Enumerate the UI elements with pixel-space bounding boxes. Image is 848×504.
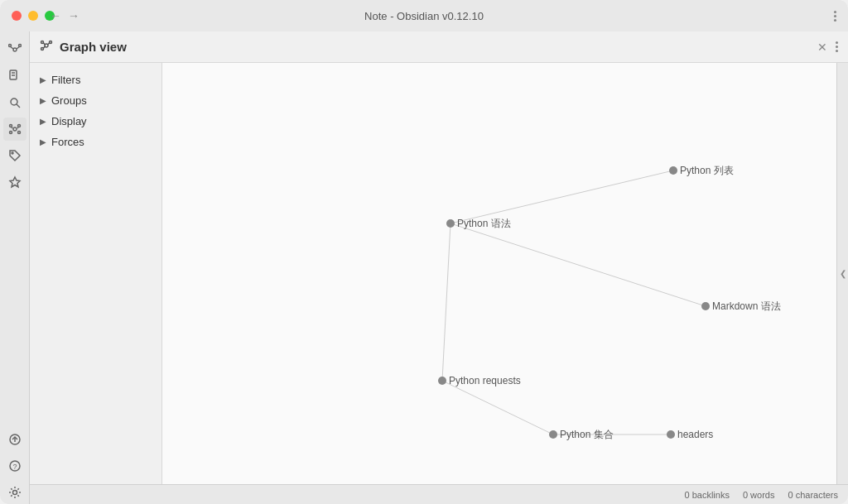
collapse-arrow-icon: ❮ (840, 269, 846, 278)
svg-point-14 (17, 132, 20, 134)
words-count: 0 words (743, 490, 775, 500)
window-title: Note - Obsidian v0.12.10 (364, 10, 484, 22)
title-bar: ← → Note - Obsidian v0.12.10 (0, 0, 848, 31)
svg-line-31 (450, 170, 673, 223)
svg-line-28 (43, 42, 45, 44)
svg-point-27 (41, 47, 44, 50)
forces-arrow: ▶ (40, 137, 46, 146)
display-arrow: ▶ (40, 117, 46, 126)
graph-area[interactable]: Python 列表Python 语法Markdown 语法Python requ… (162, 63, 836, 484)
left-panel: ▶ Filters ▶ Groups ▶ Display ▶ Forces (30, 63, 162, 484)
close-button[interactable] (12, 11, 22, 21)
svg-point-44 (549, 430, 557, 439)
svg-point-38 (446, 219, 455, 228)
panel-item-forces[interactable]: ▶ Forces (30, 132, 161, 152)
svg-point-4 (18, 45, 21, 47)
svg-line-35 (450, 223, 706, 306)
right-collapse-button[interactable]: ❮ (836, 63, 848, 484)
characters-count: 0 characters (788, 490, 838, 500)
svg-point-26 (50, 41, 52, 43)
sidebar-icon-search[interactable] (3, 91, 26, 114)
groups-label: Groups (51, 94, 87, 107)
sidebar-icon-graph[interactable] (3, 38, 26, 61)
svg-text:Python 集合: Python 集合 (560, 429, 614, 440)
filters-arrow: ▶ (40, 75, 46, 84)
nav-back-button[interactable]: ← (50, 9, 61, 22)
graph-close-button[interactable]: ✕ (817, 41, 827, 54)
svg-text:?: ? (12, 463, 17, 471)
graph-canvas: Python 列表Python 语法Markdown 语法Python requ… (162, 63, 836, 484)
svg-point-8 (11, 98, 17, 105)
main-container: ? Graph view ✕ (0, 31, 848, 504)
svg-point-11 (9, 125, 12, 127)
svg-point-17 (12, 152, 13, 154)
window-menu-button[interactable] (834, 11, 836, 22)
minimize-button[interactable] (28, 11, 38, 21)
svg-text:Python 列表: Python 列表 (680, 165, 734, 176)
sidebar-icon-help[interactable]: ? (3, 454, 26, 478)
svg-text:headers: headers (677, 429, 713, 440)
svg-point-36 (669, 166, 677, 175)
forces-label: Forces (51, 136, 84, 148)
svg-point-10 (13, 127, 17, 131)
display-label: Display (51, 115, 87, 127)
svg-point-0 (13, 48, 17, 51)
graph-menu-button[interactable] (836, 41, 838, 52)
left-sidebar: ? (0, 31, 30, 504)
svg-line-30 (43, 46, 45, 48)
graph-header: Graph view ✕ (30, 31, 848, 63)
panel-item-filters[interactable]: ▶ Filters (30, 70, 161, 90)
svg-text:Markdown 语法: Markdown 语法 (712, 300, 781, 312)
sidebar-icon-files[interactable] (3, 65, 26, 88)
panel-container: ▶ Filters ▶ Groups ▶ Display ▶ Forces (30, 63, 848, 484)
panel-item-groups[interactable]: ▶ Groups (30, 90, 161, 111)
graph-title: Graph view (60, 40, 817, 54)
svg-line-9 (17, 104, 20, 108)
svg-point-23 (12, 491, 17, 495)
svg-text:Python requests: Python requests (449, 375, 521, 386)
svg-line-16 (17, 127, 18, 129)
svg-point-12 (17, 125, 20, 127)
sidebar-icon-settings[interactable] (3, 481, 26, 504)
filters-label: Filters (51, 74, 80, 86)
traffic-lights (12, 11, 55, 21)
svg-point-13 (9, 132, 12, 134)
svg-text:Python 语法: Python 语法 (457, 218, 511, 229)
svg-line-15 (12, 127, 12, 129)
svg-point-46 (667, 430, 675, 439)
groups-arrow: ▶ (40, 96, 46, 105)
svg-line-33 (442, 381, 553, 434)
nav-forward-button[interactable]: → (68, 9, 80, 22)
sidebar-icon-network[interactable] (3, 118, 26, 141)
svg-point-42 (438, 377, 446, 385)
svg-point-25 (41, 41, 44, 43)
svg-line-29 (48, 42, 50, 44)
sidebar-icon-publish[interactable] (3, 428, 26, 451)
panel-item-display[interactable]: ▶ Display (30, 111, 161, 132)
svg-marker-18 (10, 177, 20, 187)
status-bar: 0 backlinks 0 words 0 characters (30, 484, 848, 504)
svg-line-32 (442, 223, 450, 381)
graph-header-icon (40, 39, 53, 55)
backlinks-count: 0 backlinks (685, 490, 730, 500)
svg-point-40 (701, 302, 710, 310)
svg-point-3 (8, 45, 11, 47)
sidebar-icon-tags[interactable] (3, 144, 26, 167)
content-area: Graph view ✕ ▶ Filters ▶ Groups ▶ D (30, 31, 848, 504)
sidebar-icon-starred[interactable] (3, 170, 26, 194)
